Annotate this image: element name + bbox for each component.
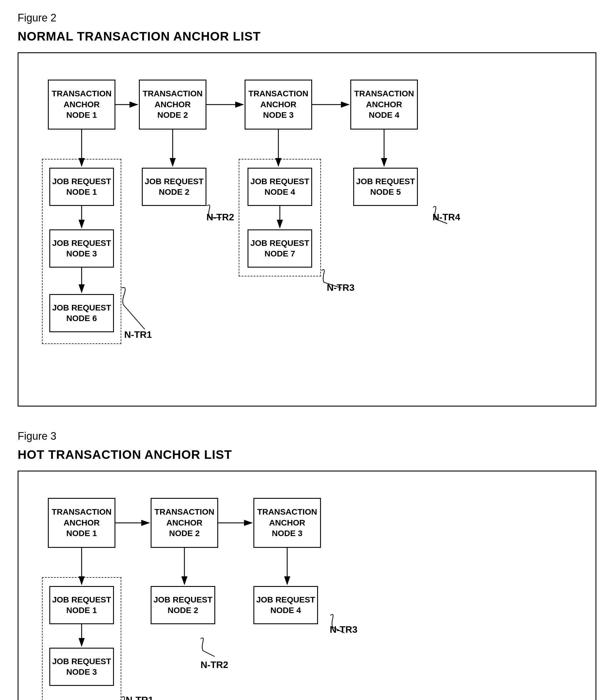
figure3-title: HOT TRANSACTION ANCHOR LIST — [17, 448, 597, 462]
figure2-ntr4-label: N-TR4 — [433, 212, 460, 223]
figure2-jrn3: JOB REQUESTNODE 3 — [49, 229, 114, 267]
figure2-tan3: TRANSACTIONANCHORNODE 3 — [245, 79, 312, 129]
figure2-diagram: TRANSACTIONANCHORNODE 1 TRANSACTIONANCHO… — [17, 52, 597, 407]
figure3-tan2: TRANSACTIONANCHORNODE 2 — [151, 498, 218, 548]
figure2-ntr2-label: N-TR2 — [206, 212, 234, 223]
figure2-jrn5: JOB REQUESTNODE 5 — [353, 168, 418, 206]
figure2-jrn1: JOB REQUESTNODE 1 — [49, 168, 114, 206]
figure3-label: Figure 3 — [17, 430, 597, 442]
figure3-ntr1-label: N-TR1 — [126, 695, 153, 700]
figure2-jrn7: JOB REQUESTNODE 7 — [247, 229, 312, 267]
figure3-diagram: TRANSACTIONANCHORNODE 1 TRANSACTIONANCHO… — [17, 471, 597, 700]
figure2-wrap: TRANSACTIONANCHORNODE 1 TRANSACTIONANCHO… — [33, 65, 581, 388]
figure2-tan2: TRANSACTIONANCHORNODE 2 — [139, 79, 206, 129]
figure2-jrn2: JOB REQUESTNODE 2 — [142, 168, 206, 206]
figure3-jrn2: JOB REQUESTNODE 2 — [151, 586, 215, 624]
figure3-tan3: TRANSACTIONANCHORNODE 3 — [253, 498, 321, 548]
figure3-jrn1: JOB REQUESTNODE 1 — [49, 586, 114, 624]
figure2-jrn6: JOB REQUESTNODE 6 — [49, 294, 114, 332]
figure3-jrn4: JOB REQUESTNODE 4 — [253, 586, 318, 624]
figure3-ntr3-label: N-TR3 — [330, 624, 357, 635]
figure3-ntr2-label: N-TR2 — [201, 660, 228, 670]
figure3-jrn3: JOB REQUESTNODE 3 — [49, 648, 114, 686]
figure2-label: Figure 2 — [17, 12, 597, 24]
figure2-tan1: TRANSACTIONANCHORNODE 1 — [48, 79, 115, 129]
figure3-wrap: TRANSACTIONANCHORNODE 1 TRANSACTIONANCHO… — [33, 483, 581, 700]
figure2-jrn4: JOB REQUESTNODE 4 — [247, 168, 312, 206]
figure2-tan4: TRANSACTIONANCHORNODE 4 — [350, 79, 418, 129]
figure3-tan1: TRANSACTIONANCHORNODE 1 — [48, 498, 115, 548]
figure2-ntr3-label: N-TR3 — [327, 282, 355, 293]
figure2-title: NORMAL TRANSACTION ANCHOR LIST — [17, 29, 597, 43]
figure2-ntr1-label: N-TR1 — [124, 329, 152, 340]
